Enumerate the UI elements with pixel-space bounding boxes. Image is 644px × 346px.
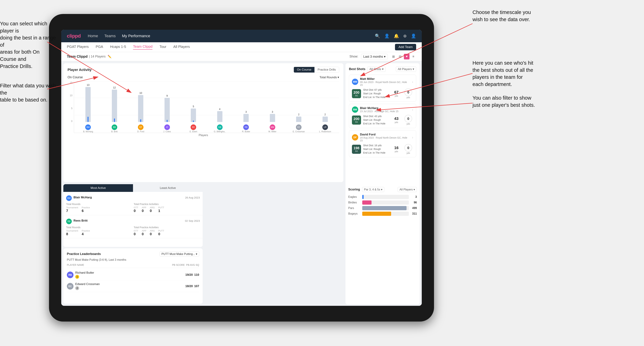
subnav-pgat[interactable]: PGAT Players (67, 45, 89, 49)
pars-label: Pars (348, 206, 360, 210)
practice-player-info-2: EC Edward Crossman 2 (67, 282, 184, 290)
nav-link-teams[interactable]: Teams (104, 34, 116, 38)
active-player-1-name: Blair McHarg (74, 196, 92, 199)
all-players-dropdown[interactable]: All Players ▾ (396, 66, 416, 72)
active-avatar-1: BM (66, 195, 72, 201)
practice-row-1: RB Richard Butler 1 19/20 110 (67, 269, 199, 281)
subnav-tour[interactable]: Tour (160, 45, 166, 49)
bell-nav-icon[interactable]: 🔔 (394, 33, 399, 38)
shot-player-row-2: BM Blair McHarg 23 Jul 2023 · Ashridge G… (352, 106, 413, 113)
show-controls: Show: Last 3 months ▾ ⊞ ⊟ ♥ ≡ (350, 54, 416, 59)
heart-view-icon[interactable]: ♥ (404, 54, 410, 59)
x-axis-label: Players (68, 134, 339, 137)
list-view-icon[interactable]: ≡ (410, 54, 416, 59)
on-course-toggle[interactable]: On Course (294, 67, 314, 72)
scoring-card: Scoring Par 3, 4 & 5s ▾ All Players ▾ Ea… (346, 184, 420, 304)
practice-avg-1: 110 (194, 273, 199, 277)
bars-container: 13 BM B. McHarg 12 (74, 81, 339, 133)
annotation-bottom-left: Filter what data you wish thetable to be… (0, 82, 56, 103)
shot-player-info-1: Matt Miller 09 Jun 2023 · Royal North De… (360, 77, 410, 86)
on-course-section-header: On Course Total Rounds ▾ (68, 75, 339, 79)
subnav-all-players[interactable]: All Players (173, 45, 190, 49)
nav-link-performance[interactable]: My Performance (122, 34, 150, 38)
plus-nav-icon[interactable]: ⊕ (403, 33, 407, 38)
player-activity-card: Player Activity On Course Practice Drill… (63, 63, 343, 182)
pars-bar (362, 206, 409, 210)
shot-chevron-2: › (412, 108, 413, 112)
bar-6: 4 GB G. Billingha.. (207, 108, 232, 133)
most-active-card: Most Active Least Active BM Blair McHarg… (63, 184, 203, 247)
practice-row-2: EC Edward Crossman 2 18/20 107 (67, 281, 199, 292)
search-nav-icon[interactable]: 🔍 (375, 33, 380, 38)
practice-drills-toggle[interactable]: Practice Drills (314, 67, 339, 72)
scoring-title: Scoring (348, 188, 360, 191)
active-toggle: Most Active Least Active (63, 184, 203, 192)
practice-player-info-1: RB Richard Butler 1 (67, 271, 184, 279)
avatar-nav-icon[interactable]: 👤 (411, 33, 416, 38)
view-icons: ⊞ ⊟ ♥ ≡ (390, 54, 416, 59)
annotation-top-left: You can select which player isdoing the … (0, 20, 56, 70)
all-shots-dropdown[interactable]: All Shots ▾ (368, 66, 386, 72)
subnav-pga[interactable]: PGA (96, 45, 103, 49)
bottom-left-section: Practice Leaderboards PUTT Must Make Put… (63, 184, 343, 304)
subnav-team-clippd[interactable]: Team Clippd (133, 44, 152, 50)
on-course-label: On Course (68, 75, 83, 79)
practice-dropdown[interactable]: PUTT Must Make Putting... ▾ (160, 251, 199, 257)
best-shots-title: Best Shots (349, 67, 366, 71)
practice-score-2: 18/20 (185, 285, 193, 288)
add-team-button[interactable]: Add Team (395, 44, 416, 50)
bar-10: 2 LR L. Robertson (312, 113, 338, 133)
y-axis: 15 10 5 0 (68, 81, 74, 133)
team-name: Team Clippd (67, 54, 88, 58)
shot-info-3: Shot Dist: 16 yds Start Lie: Rough End L… (363, 144, 390, 155)
birdies-label: Birdies (348, 201, 360, 204)
birdies-value: 96 (410, 201, 417, 204)
scoring-row-eagles: Eagles 3 (348, 195, 417, 199)
bar-5: 5 EE E. Ebert (181, 105, 206, 133)
total-rounds-select[interactable]: Total Rounds ▾ (320, 75, 339, 79)
bogeys-label: Bogeys (348, 212, 360, 215)
active-stats-1: Total Rounds Tournament 7 Practice 6 (66, 203, 200, 213)
par-select[interactable]: Par 3, 4 & 5s ▾ (362, 187, 384, 192)
sub-nav: PGAT Players PGA Hcaps 1-5 Team Clippd T… (61, 42, 422, 52)
shot-badge-1: 200 SG (352, 89, 361, 98)
user-nav-icon[interactable]: 👤 (384, 33, 390, 38)
active-stats-2: Total Rounds Tournament 8 Practice 4 (66, 226, 200, 236)
shot-details-3: 198 SG Shot Dist: 16 yds Start Lie: Roug… (352, 144, 413, 155)
annotation-best-shots: Here you can see who's hitthe best shots… (472, 59, 533, 88)
timescale-select[interactable]: Last 3 months ▾ (361, 54, 388, 59)
active-player-2-header: RB Rees Britt 02 Sep 2023 (66, 217, 200, 224)
nav-link-home[interactable]: Home (88, 34, 98, 38)
shot-player-detail-2: 23 Jul 2023 · Ashridge GC, Hole 15 (360, 110, 410, 113)
least-active-tab[interactable]: Least Active (133, 184, 203, 192)
shot-card-3[interactable]: DF David Ford 24 Aug 2023 · Royal North … (349, 130, 416, 157)
player-activity-title: Player Activity (68, 68, 92, 72)
active-player-2-date: 02 Sep 2023 (185, 219, 200, 222)
team-count: | 14 Players (89, 55, 106, 58)
eagles-label: Eagles (348, 195, 360, 198)
practice-avatar-1: RB (67, 272, 74, 278)
shot-card-1[interactable]: MM Matt Miller 09 Jun 2023 · Royal North… (349, 75, 416, 102)
active-avatar-2: RB (66, 219, 72, 224)
edit-icon[interactable]: ✏️ (108, 55, 112, 58)
shot-player-detail-3: 24 Aug 2023 · Royal North Devon GC, Hole… (360, 136, 410, 142)
shot-player-name-2: Blair McHarg (360, 106, 410, 110)
scoring-players-select[interactable]: All Players ▾ (398, 187, 417, 192)
practice-avg-2: 107 (194, 285, 199, 288)
grid2-view-icon[interactable]: ⊟ (397, 54, 403, 59)
shot-card-2[interactable]: BM Blair McHarg 23 Jul 2023 · Ashridge G… (349, 104, 416, 128)
active-player-1-header: BM Blair McHarg 26 Aug 2023 (66, 194, 200, 201)
pars-value: 499 (410, 206, 417, 210)
bogeys-value: 311 (410, 212, 417, 215)
shot-stat-2b: 0 yds (404, 115, 413, 125)
active-player-2-name: Rees Britt (74, 219, 88, 222)
shot-player-row-3: DF David Ford 24 Aug 2023 · Royal North … (352, 133, 413, 142)
most-active-tab[interactable]: Most Active (63, 184, 133, 192)
practice-leaderboards-card: Practice Leaderboards PUTT Must Make Put… (63, 248, 203, 304)
grid-view-icon[interactable]: ⊞ (390, 54, 396, 59)
subnav-hcaps[interactable]: Hcaps 1-5 (110, 45, 126, 49)
tablet-frame: clippd Home Teams My Performance 🔍 👤 🔔 ⊕… (49, 14, 434, 322)
shot-info-2: Shot Dist: 43 yds Start Lie: Rough End L… (363, 114, 390, 126)
annotation-filter-shots: You can also filter to showjust one play… (472, 94, 535, 109)
shot-stat-2a: 43 yds (392, 116, 401, 124)
